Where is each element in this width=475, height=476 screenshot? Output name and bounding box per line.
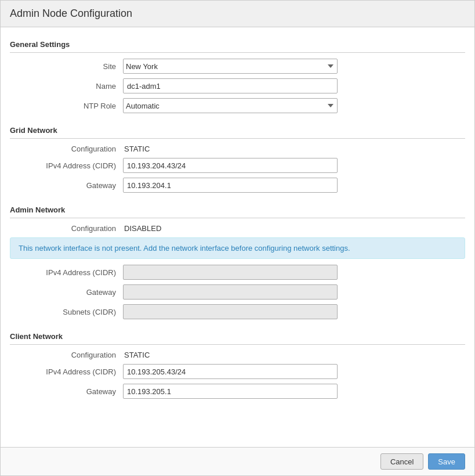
name-row: Name bbox=[10, 78, 465, 93]
cancel-button[interactable]: Cancel bbox=[380, 453, 423, 470]
grid-network-section: Grid Network Configuration STATIC IPv4 A… bbox=[10, 122, 465, 193]
admin-ipv4-input[interactable] bbox=[123, 265, 338, 280]
site-select[interactable]: New York Boston Chicago bbox=[123, 59, 338, 74]
admin-config-row: Configuration DISABLED bbox=[10, 224, 465, 233]
grid-config-label: Configuration bbox=[10, 145, 123, 153]
grid-config-value: STATIC bbox=[123, 145, 150, 153]
grid-ipv4-row: IPv4 Address (CIDR) bbox=[10, 158, 465, 173]
grid-network-title: Grid Network bbox=[10, 122, 465, 139]
admin-subnets-row: Subnets (CIDR) bbox=[10, 304, 465, 319]
admin-ipv4-row: IPv4 Address (CIDR) bbox=[10, 265, 465, 280]
client-gateway-label: Gateway bbox=[10, 387, 123, 396]
client-gateway-row: Gateway bbox=[10, 384, 465, 399]
client-gateway-input[interactable] bbox=[123, 384, 338, 399]
page-title: Admin Node Configuration bbox=[10, 8, 465, 20]
admin-gateway-input[interactable] bbox=[123, 284, 338, 300]
admin-subnets-label: Subnets (CIDR) bbox=[10, 308, 123, 316]
admin-subnets-input[interactable] bbox=[123, 304, 338, 319]
client-ipv4-input[interactable] bbox=[123, 364, 338, 379]
page-header: Admin Node Configuration bbox=[1, 1, 474, 27]
ntp-role-select[interactable]: Automatic Primary Client bbox=[123, 98, 338, 113]
grid-ipv4-label: IPv4 Address (CIDR) bbox=[10, 161, 123, 170]
site-row: Site New York Boston Chicago bbox=[10, 59, 465, 74]
ntp-role-label: NTP Role bbox=[10, 102, 123, 110]
ntp-role-row: NTP Role Automatic Primary Client bbox=[10, 98, 465, 113]
client-config-value: STATIC bbox=[123, 351, 150, 359]
general-settings-section: General Settings Site New York Boston Ch… bbox=[10, 37, 465, 113]
site-label: Site bbox=[10, 62, 123, 71]
save-button[interactable]: Save bbox=[428, 453, 465, 470]
client-config-label: Configuration bbox=[10, 351, 123, 359]
admin-network-title: Admin Network bbox=[10, 202, 465, 218]
admin-network-section: Admin Network Configuration DISABLED Thi… bbox=[10, 202, 465, 319]
general-settings-title: General Settings bbox=[10, 37, 465, 53]
grid-gateway-input[interactable] bbox=[123, 178, 338, 193]
page-footer: Cancel Save bbox=[1, 447, 474, 475]
admin-ipv4-label: IPv4 Address (CIDR) bbox=[10, 268, 123, 277]
client-ipv4-label: IPv4 Address (CIDR) bbox=[10, 367, 123, 376]
name-input[interactable] bbox=[123, 78, 338, 93]
grid-ipv4-input[interactable] bbox=[123, 158, 338, 173]
client-ipv4-row: IPv4 Address (CIDR) bbox=[10, 364, 465, 379]
client-network-section: Client Network Configuration STATIC IPv4… bbox=[10, 329, 465, 399]
client-network-title: Client Network bbox=[10, 329, 465, 345]
name-label: Name bbox=[10, 82, 123, 91]
admin-gateway-label: Gateway bbox=[10, 288, 123, 297]
grid-gateway-label: Gateway bbox=[10, 181, 123, 190]
grid-gateway-row: Gateway bbox=[10, 178, 465, 193]
admin-gateway-row: Gateway bbox=[10, 284, 465, 300]
admin-network-alert: This network interface is not present. A… bbox=[10, 237, 465, 259]
page-content: General Settings Site New York Boston Ch… bbox=[1, 27, 474, 447]
admin-config-label: Configuration bbox=[10, 224, 123, 233]
client-config-row: Configuration STATIC bbox=[10, 351, 465, 359]
grid-config-row: Configuration STATIC bbox=[10, 145, 465, 153]
admin-config-value: DISABLED bbox=[123, 224, 161, 233]
